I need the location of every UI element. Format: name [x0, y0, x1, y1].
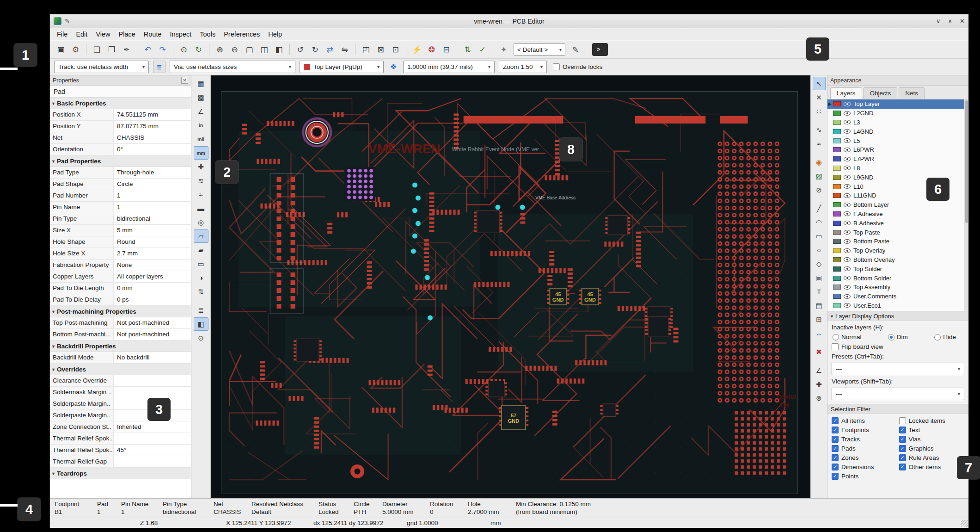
layer-color-swatch[interactable]	[833, 138, 841, 143]
layer-row-top-assembly[interactable]: Top Assembly	[827, 283, 968, 292]
property-value[interactable]: No backdrill	[114, 352, 191, 363]
zoom-out-button[interactable]: ⊖	[227, 43, 242, 57]
mirror-button[interactable]: ⇋	[337, 43, 352, 57]
plot-button[interactable]: ✒	[119, 43, 134, 57]
reference-image-tool[interactable]: ▣	[813, 271, 826, 285]
property-row-thermal-relief-spok[interactable]: Thermal Relief Spok..	[50, 433, 191, 445]
filter-rule-areas[interactable]: ✓Rule Areas	[899, 454, 965, 461]
sketch-vias-button[interactable]: ◎	[194, 216, 208, 229]
layer-row-l7pwr[interactable]: L7PWR	[827, 155, 968, 164]
property-value[interactable]: 1	[114, 190, 191, 201]
property-value[interactable]	[114, 433, 191, 444]
redo-button[interactable]: ↷	[155, 43, 170, 57]
layer-row-top-layer[interactable]: ▶Top Layer	[827, 99, 968, 109]
zoom-dropdown[interactable]: Zoom 1.50▾	[499, 61, 547, 73]
add-footprint-tool[interactable]: ◉	[813, 155, 826, 169]
lock-button[interactable]: ⊠	[374, 43, 388, 57]
property-value[interactable]: 0 mm	[114, 283, 191, 294]
select-tool[interactable]: ↖	[813, 77, 826, 90]
property-row-pad-number[interactable]: Pad Number1	[50, 190, 191, 202]
property-value[interactable]: Circle	[114, 179, 191, 190]
unlock-button[interactable]: ⊡	[388, 43, 403, 57]
menu-route[interactable]: Route	[140, 29, 166, 39]
layer-color-swatch[interactable]	[833, 101, 841, 106]
property-row-hole-shape[interactable]: Hole ShapeRound	[50, 236, 191, 248]
pcb-canvas[interactable]	[211, 75, 810, 498]
section-post-machining-properties[interactable]: ▾Post-machining Properties	[50, 306, 191, 317]
tab-nets[interactable]: Nets	[899, 87, 925, 99]
layer-row-l2gnd[interactable]: L2GND	[827, 109, 968, 118]
property-value[interactable]	[114, 456, 191, 467]
layer-row-top-paste[interactable]: Top Paste	[827, 228, 968, 237]
property-row-pin-name[interactable]: Pin Name1	[50, 202, 191, 213]
layer-color-swatch[interactable]	[833, 147, 841, 152]
layer-row-b-adhesive[interactable]: B.Adhesive	[827, 218, 968, 228]
visibility-eye-icon[interactable]	[844, 276, 851, 280]
visibility-eye-icon[interactable]	[844, 230, 851, 235]
section-teardrops[interactable]: ▾Teardrops	[50, 468, 191, 479]
property-row-top-post-machining[interactable]: Top Post-machiningNot post-machined	[50, 317, 191, 329]
ratsnest-visibility-button[interactable]: ≋	[194, 174, 208, 187]
resize-grip[interactable]	[961, 520, 968, 527]
rotate-cw-button[interactable]: ↻	[308, 43, 322, 57]
filter-graphics[interactable]: ✓Graphics	[899, 445, 965, 452]
update-pcb-button[interactable]: ⇅	[460, 43, 475, 57]
layer-row-user-eco1[interactable]: User.Eco1	[827, 301, 968, 310]
visibility-eye-icon[interactable]	[844, 166, 851, 170]
rotate-ccw-button[interactable]: ↺	[293, 43, 307, 57]
layer-color-swatch[interactable]	[833, 111, 841, 116]
filter-text[interactable]: ✓Text	[899, 427, 965, 433]
units-inches-button[interactable]: in	[194, 118, 208, 132]
property-value[interactable]: 87.877175 mm	[114, 121, 191, 132]
board-setup-button[interactable]: ⚙	[68, 43, 83, 57]
page-settings-button[interactable]: ❏	[90, 43, 104, 57]
property-value[interactable]: 74.551125 mm	[114, 109, 191, 120]
property-row-zone-connection-st[interactable]: Zone Connection St..Inherited	[50, 421, 191, 433]
property-value[interactable]: All copper layers	[114, 271, 191, 282]
layer-row-bottom-layer[interactable]: Bottom Layer	[827, 200, 968, 210]
draw-rectangle-tool[interactable]: ▭	[813, 229, 826, 243]
layer-color-swatch[interactable]	[833, 193, 841, 198]
sketch-pads-button[interactable]: ▱	[194, 229, 208, 243]
visibility-eye-icon[interactable]	[844, 138, 851, 143]
menu-view[interactable]: View	[92, 29, 114, 39]
property-value[interactable]: 45°	[114, 445, 191, 456]
layer-row-bottom-overlay[interactable]: Bottom Overlay	[827, 255, 968, 265]
section-basic-properties[interactable]: ▾Basic Properties	[50, 98, 191, 109]
visibility-eye-icon[interactable]	[844, 102, 851, 106]
tab-objects[interactable]: Objects	[864, 87, 898, 99]
property-value[interactable]: 1	[114, 202, 191, 213]
menu-place[interactable]: Place	[115, 29, 140, 39]
measure-tool[interactable]: ∠	[813, 364, 826, 377]
property-row-thermal-relief-spok[interactable]: Thermal Relief Spok..45°	[50, 445, 191, 456]
layer-color-swatch[interactable]	[833, 248, 841, 253]
local-ratsnest-tool[interactable]: ∷	[813, 105, 826, 118]
print-button[interactable]: ❐	[104, 43, 119, 57]
group-button[interactable]: ◰	[359, 43, 373, 57]
interactive-router-settings-button[interactable]: ⚡	[410, 43, 424, 57]
minimize-button[interactable]: ∨	[936, 18, 941, 25]
property-value[interactable]: Inherited	[114, 421, 191, 433]
netclass-dropdown[interactable]: < Default >▾	[514, 43, 565, 56]
filter-zones[interactable]: ✓Zones	[832, 454, 897, 461]
route-tracks-tool[interactable]: ∿	[813, 123, 826, 136]
property-value[interactable]: 5 mm	[114, 225, 191, 236]
layer-color-swatch[interactable]	[833, 230, 841, 235]
pcb-canvas-area[interactable]	[211, 75, 810, 498]
properties-panel-button[interactable]: ◧	[194, 317, 208, 331]
visibility-eye-icon[interactable]	[844, 148, 851, 152]
visibility-eye-icon[interactable]	[844, 157, 851, 161]
property-row-pad-shape[interactable]: Pad ShapeCircle	[50, 179, 191, 190]
visibility-eye-icon[interactable]	[844, 203, 851, 207]
visibility-eye-icon[interactable]	[844, 248, 851, 253]
scrollbar[interactable]	[964, 99, 968, 311]
units-mils-button[interactable]: mil	[194, 132, 208, 146]
menu-help[interactable]: Help	[264, 29, 286, 39]
visibility-eye-icon[interactable]	[844, 211, 851, 216]
titlebar[interactable]: ✎ vme-wren — PCB Editor ∨ ∧ ✕	[50, 14, 968, 28]
property-value[interactable]: None	[114, 260, 191, 271]
property-row-pad-type[interactable]: Pad TypeThrough-hole	[50, 167, 191, 179]
zoom-fit-page-button[interactable]: ▢	[242, 43, 257, 57]
filter-vias[interactable]: ✓Vias	[899, 436, 965, 443]
property-value[interactable]: bidirectional	[114, 213, 191, 224]
